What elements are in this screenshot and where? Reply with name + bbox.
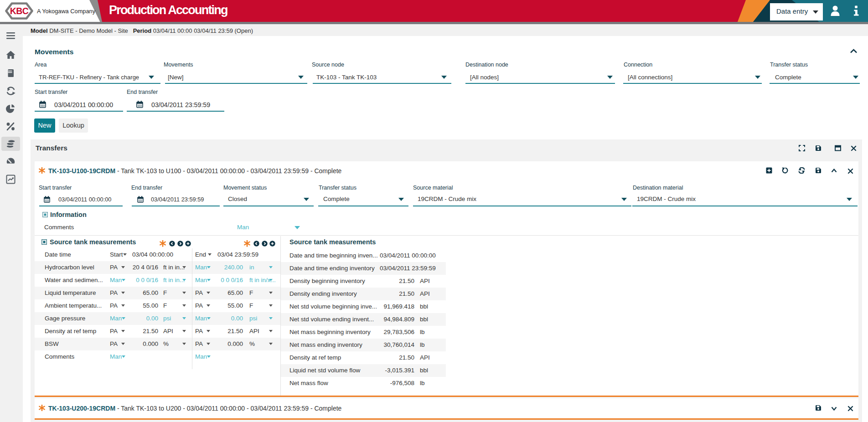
svg-text:KBC: KBC xyxy=(10,6,29,16)
